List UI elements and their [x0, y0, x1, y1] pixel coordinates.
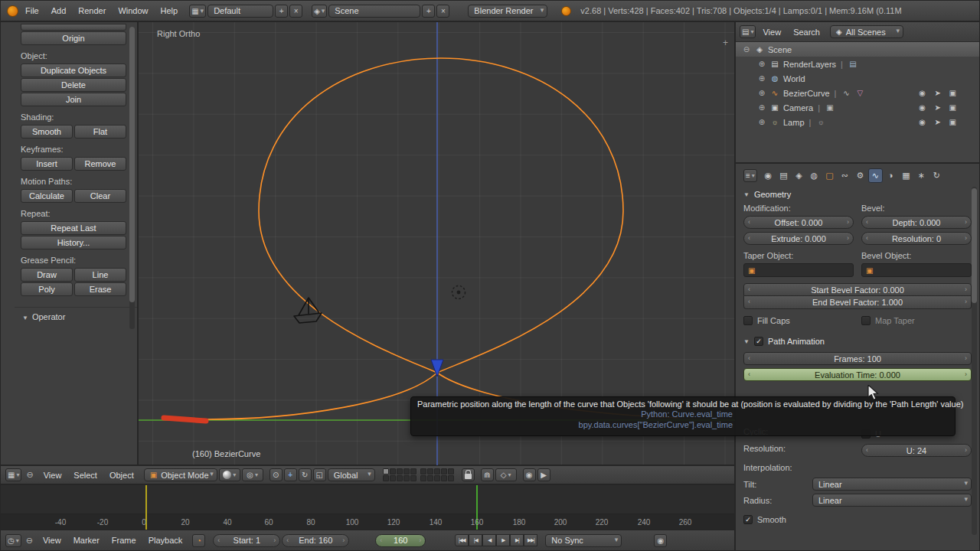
timeline-playback-menu[interactable]: Playback	[143, 536, 188, 545]
layer-cell[interactable]	[427, 475, 433, 481]
render-engine-select[interactable]: Blender Render▾	[468, 5, 547, 18]
scrollbar-thumb[interactable]	[129, 27, 135, 302]
flat-shading-button[interactable]: Flat	[74, 125, 126, 139]
manipulator-toggle-button[interactable]: ⊙	[270, 468, 283, 481]
decrement-arrow-icon[interactable]: ‹	[748, 285, 750, 293]
layer-cell[interactable]	[383, 475, 389, 481]
toolshelf-scrollbar[interactable]	[129, 27, 135, 329]
decrement-arrow-icon[interactable]: ‹	[748, 370, 750, 378]
add-scene-button[interactable]: +	[422, 5, 435, 18]
origin-button[interactable]: Origin	[21, 31, 126, 45]
gp-line-button[interactable]: Line	[74, 268, 126, 282]
layer-cell[interactable]	[448, 475, 454, 481]
join-button[interactable]: Join	[21, 93, 126, 106]
layer-cell[interactable]	[420, 475, 426, 481]
layer-cell[interactable]	[403, 468, 410, 474]
outliner-row-scene[interactable]: ⊖ ◈ Scene	[736, 42, 979, 57]
selectability-arrow-icon[interactable]: ➤	[935, 103, 941, 112]
increment-arrow-icon[interactable]: ›	[965, 285, 967, 293]
layer-cell[interactable]	[441, 475, 447, 481]
paper-boat-object[interactable]	[294, 298, 322, 323]
menu-window[interactable]: Window	[113, 6, 153, 15]
radius-interpolation-select[interactable]: Linear▾	[812, 494, 972, 507]
expand-toggle-icon[interactable]: ⊕	[757, 118, 766, 126]
outliner-row-beziercurve[interactable]: ⊕ ∿ BezierCurve | ∿ ▽ ◉ ➤ ▣	[736, 86, 979, 100]
add-screen-layout-button[interactable]: +	[275, 5, 288, 18]
increment-arrow-icon[interactable]: ›	[965, 234, 967, 242]
decrement-arrow-icon[interactable]: ‹	[286, 536, 289, 544]
end-bevel-factor-slider[interactable]: ‹End Bevel Factor: 1.000›	[743, 296, 972, 309]
n-panel-toggle[interactable]: +	[723, 37, 728, 48]
jump-prev-keyframe-button[interactable]: |◀	[469, 534, 482, 546]
offset-field[interactable]: ‹Offset: 0.000›	[743, 216, 854, 229]
outliner-row-lamp[interactable]: ⊕ ☼ Lamp | ☼ ◉ ➤ ▣	[736, 115, 979, 129]
screen-layout-selector[interactable]: Default	[207, 5, 273, 18]
bevel-resolution-field[interactable]: ‹Resolution: 0›	[861, 232, 972, 245]
increment-arrow-icon[interactable]: ›	[847, 218, 849, 226]
mode-select[interactable]: ▣Object Mode▾	[144, 468, 217, 481]
tab-particles[interactable]: ∗	[914, 168, 929, 183]
blender-logo[interactable]	[7, 5, 18, 17]
renderability-camera-icon[interactable]: ▣	[949, 103, 956, 112]
layer-cell[interactable]	[410, 468, 416, 474]
layer-cell[interactable]	[420, 468, 426, 474]
outliner-row-renderlayers[interactable]: ⊕ ▤ RenderLayers | ▤	[736, 57, 979, 71]
select-menu[interactable]: Select	[68, 471, 103, 480]
calculate-paths-button[interactable]: Calculate	[21, 189, 73, 203]
jump-next-keyframe-button[interactable]: ▶|	[510, 534, 524, 546]
insert-keyframe-button[interactable]: Insert	[21, 157, 73, 171]
duplicate-objects-button[interactable]: Duplicate Objects	[21, 64, 126, 77]
increment-arrow-icon[interactable]: ›	[419, 536, 421, 544]
expand-toggle-icon[interactable]: ⊕	[757, 74, 766, 83]
timeline-frame-menu[interactable]: Frame	[106, 536, 142, 545]
decrement-arrow-icon[interactable]: ‹	[866, 234, 868, 242]
jump-to-start-button[interactable]: |◀◀	[455, 534, 469, 546]
tab-object[interactable]: ▢	[822, 168, 837, 183]
delete-button[interactable]: Delete	[21, 78, 126, 92]
opengl-render-image-button[interactable]: ◉	[523, 468, 536, 481]
play-reverse-button[interactable]: ◀	[482, 534, 496, 546]
menu-add[interactable]: Add	[46, 6, 72, 15]
snap-toggle-button[interactable]: ⋒	[481, 468, 494, 481]
preview-range-button[interactable]: ◔	[192, 534, 205, 547]
menu-help[interactable]: Help	[155, 6, 184, 15]
curve-start-handle[interactable]	[164, 418, 206, 421]
clipped-button[interactable]	[21, 24, 126, 31]
expand-toggle-icon[interactable]: ⊕	[757, 60, 766, 68]
taper-object-select[interactable]: ▣	[743, 263, 854, 277]
end-frame-field[interactable]: ‹End: 160›	[282, 534, 349, 547]
header-collapse-icon[interactable]: ⊖	[23, 536, 36, 546]
snap-element-select[interactable]: ◇▾	[495, 468, 517, 481]
tab-world[interactable]: ◍	[807, 168, 822, 183]
checkbox-box[interactable]: ✓	[861, 316, 871, 325]
tab-physics[interactable]: ↻	[929, 168, 944, 183]
decrement-arrow-icon[interactable]: ‹	[748, 298, 750, 305]
tab-render-layers[interactable]: ▤	[776, 168, 791, 183]
decrement-arrow-icon[interactable]: ‹	[380, 536, 382, 544]
increment-arrow-icon[interactable]: ›	[847, 234, 849, 242]
pivot-point-select[interactable]: ◎▾	[242, 468, 263, 481]
frames-slider[interactable]: ‹Frames: 100›	[743, 352, 972, 365]
play-button[interactable]: ▶	[496, 534, 510, 546]
auto-keyframe-record-button[interactable]: ◉	[654, 534, 667, 547]
delete-screen-layout-button[interactable]: ×	[289, 5, 302, 18]
tab-material[interactable]: ◑	[884, 168, 898, 183]
gp-draw-button[interactable]: Draw	[21, 268, 73, 282]
decrement-arrow-icon[interactable]: ‹	[748, 234, 750, 242]
layer-cell[interactable]	[397, 468, 403, 474]
increment-arrow-icon[interactable]: ›	[273, 536, 276, 544]
bezier-curve-loop[interactable]	[259, 58, 623, 373]
increment-arrow-icon[interactable]: ›	[342, 536, 345, 544]
timeline-marker-menu[interactable]: Marker	[68, 536, 105, 545]
decrement-arrow-icon[interactable]: ‹	[748, 354, 750, 362]
smooth-checkbox[interactable]: ✓Smooth	[743, 513, 972, 527]
increment-arrow-icon[interactable]: ›	[965, 446, 967, 454]
geometry-panel-header[interactable]: ▼Geometry	[743, 187, 972, 202]
visibility-eye-icon[interactable]: ◉	[919, 103, 926, 112]
layer-cell[interactable]	[390, 468, 396, 474]
gp-erase-button[interactable]: Erase	[74, 282, 126, 296]
viewport-shading-select[interactable]: ▾	[219, 468, 240, 481]
view-menu[interactable]: View	[38, 471, 67, 480]
history-button[interactable]: History...	[21, 236, 126, 249]
editor-type-button[interactable]: ◷▾	[5, 534, 21, 547]
